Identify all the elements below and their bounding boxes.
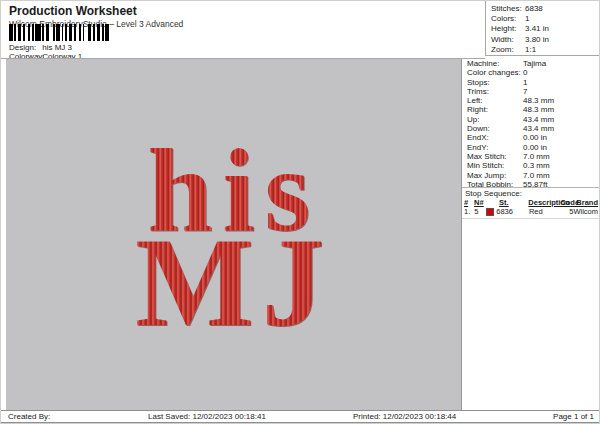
summary-row: Width:3.80 in [486, 35, 600, 45]
design-row: Design: his MJ 3 [9, 43, 72, 52]
summary-value: 3.80 in [525, 35, 549, 45]
detail-row: Max Stitch:7.0 mm [467, 152, 597, 161]
footer: Created By: Last Saved: 12/02/2023 00:18… [1, 412, 600, 422]
detail-row: Right:48.3 mm [467, 105, 597, 114]
detail-row: Machine:Tajima [467, 59, 597, 68]
summary-label: Width: [491, 35, 525, 45]
page-title: Production Worksheet [9, 4, 137, 18]
thread-color-swatch [486, 208, 494, 216]
summary-row: Colors:1 [486, 14, 600, 24]
summary-value: 1:1 [525, 45, 536, 55]
summary-value: 3.41 in [525, 24, 549, 34]
design-canvas: his MJ [6, 59, 462, 410]
summary-label: Zoom: [491, 45, 525, 55]
detail-row: Trims:7 [467, 87, 597, 96]
machine-details-list: Machine:Tajima Color changes:0 Stops:1 T… [467, 59, 597, 189]
stop-sequence-row: 1. 5 6836 Red 5 Wilcom [464, 207, 598, 216]
design-label: Design: [9, 43, 40, 52]
detail-row: Down:43.4 mm [467, 124, 597, 133]
detail-row: Color changes:0 [467, 68, 597, 77]
summary-value: 1 [525, 14, 529, 24]
summary-row: Zoom:1:1 [486, 45, 600, 55]
summary-label: Stitches: [491, 4, 525, 14]
page-number: Page 1 of 1 [553, 412, 594, 421]
summary-label: Height: [491, 24, 525, 34]
stop-sequence-title: Stop Sequence: [465, 189, 522, 198]
detail-row: Left:48.3 mm [467, 96, 597, 105]
detail-row: EndX:0.00 in [467, 133, 597, 142]
production-worksheet-page: Production Worksheet Wilcom EmbroiderySt… [0, 0, 600, 424]
printed-text: Printed: 12/02/2023 00:18:44 [353, 412, 456, 421]
footer-top-divider [1, 410, 600, 411]
detail-row: Min Stitch:0.3 mm [467, 161, 597, 170]
detail-row: Stops:1 [467, 78, 597, 87]
created-by-label: Created By: [8, 412, 50, 421]
stop-sequence-divider [462, 187, 600, 188]
summary-value: 6838 [525, 4, 543, 14]
design-barcode [9, 24, 109, 41]
detail-row: Max Jump:7.0 mm [467, 171, 597, 180]
summary-row: Stitches:6838 [486, 4, 600, 14]
stop-sequence-table: # N# St. Description Code Brand 1. 5 683… [464, 198, 598, 216]
stop-sequence-bottom-divider [462, 218, 600, 219]
footer-bottom-divider [1, 422, 600, 423]
summary-row: Height:3.41 in [486, 24, 600, 34]
last-saved-text: Last Saved: 12/02/2023 00:18:41 [148, 412, 266, 421]
design-summary-box: Stitches:6838 Colors:1 Height:3.41 in Wi… [485, 1, 600, 56]
stop-sequence-header: # N# St. Description Code Brand [464, 198, 598, 207]
embroidery-text-line2: MJ [135, 220, 332, 346]
summary-label: Colors: [491, 14, 525, 24]
detail-row: Up:43.4 mm [467, 115, 597, 124]
detail-row: EndY:0.00 in [467, 143, 597, 152]
design-name: his MJ 3 [42, 43, 72, 52]
